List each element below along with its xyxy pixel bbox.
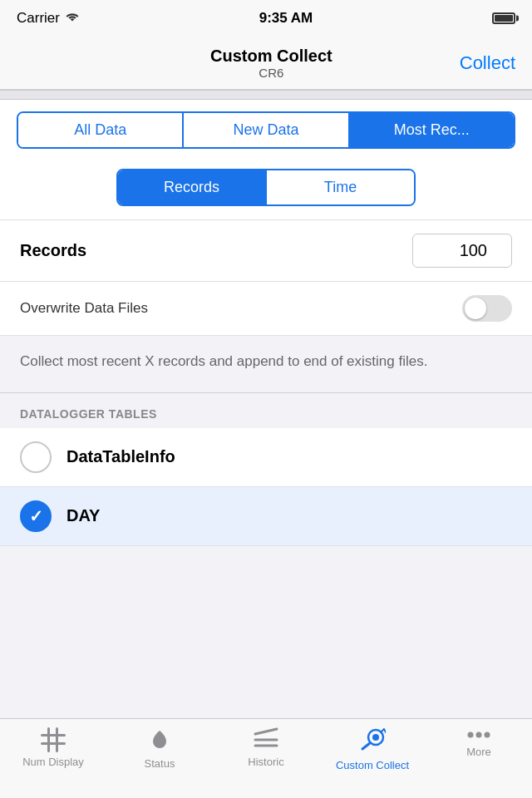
svg-point-4 [372,734,379,741]
toggle-knob [465,298,486,319]
tab-label-historic: Historic [248,756,283,768]
nav-title-container: Custom Collect CR6 [210,47,332,80]
status-bar: Carrier 9:35 AM [0,0,532,37]
status-time: 9:35 AM [259,10,313,27]
records-label: Records [20,241,86,260]
table-label-datatableinfo: DataTableInfo [66,447,175,466]
collect-mode-container: Records Time [0,160,532,220]
data-type-segment: All Data New Data Most Rec... [17,111,515,149]
overwrite-toggle[interactable] [462,295,512,322]
overwrite-row: Overwrite Data Files [0,282,532,335]
battery-area [492,12,515,24]
form-section: Records Overwrite Data Files [0,220,532,336]
historic-icon [254,727,278,752]
description-section: Collect most recent X records and append… [0,336,532,393]
segment-new-data[interactable]: New Data [184,113,349,147]
tab-status[interactable]: Status [106,727,213,770]
tab-bar: Num Display Status Historic [0,718,532,798]
tab-label-num-display: Num Display [22,756,84,768]
num-display-icon [41,727,66,752]
svg-line-0 [255,729,277,734]
records-input[interactable] [412,234,512,268]
collect-button[interactable]: Collect [460,52,515,74]
segment-records[interactable]: Records [118,170,267,204]
segment-all-data[interactable]: All Data [18,113,184,147]
table-label-day: DAY [66,506,100,525]
carrier-label: Carrier [17,10,60,27]
nav-subtitle: CR6 [259,66,283,80]
battery-icon [492,12,515,24]
segment-most-recent[interactable]: Most Rec... [350,113,514,147]
datalogger-header-text: DATALOGGER TABLES [20,407,157,421]
records-row: Records [0,220,532,282]
check-icon: ✓ [29,506,43,526]
segment-time[interactable]: Time [267,170,414,204]
overwrite-label: Overwrite Data Files [20,300,148,317]
svg-line-5 [362,743,370,749]
radio-datatableinfo [20,441,52,473]
custom-collect-icon [359,727,386,756]
svg-point-7 [476,732,482,738]
tab-custom-collect[interactable]: Custom Collect [319,727,426,771]
radio-day: ✓ [20,500,52,532]
tab-num-display[interactable]: Num Display [0,727,106,768]
collect-mode-segment: Records Time [116,169,416,206]
nav-bar: Custom Collect CR6 Collect [0,37,532,90]
tab-label-custom-collect: Custom Collect [336,759,409,771]
tab-label-status: Status [145,757,175,770]
nav-title: Custom Collect [210,47,332,66]
tab-label-more: More [466,746,491,758]
wifi-icon [65,10,80,27]
more-icon [467,727,490,742]
status-icon [148,727,171,754]
description-text: Collect most recent X records and append… [20,351,512,372]
svg-point-8 [485,732,490,738]
svg-point-6 [468,732,474,738]
datalogger-section-header: DATALOGGER TABLES [0,393,532,428]
tab-historic[interactable]: Historic [213,727,319,768]
table-row-datatableinfo[interactable]: DataTableInfo [0,428,532,487]
data-type-segment-container: All Data New Data Most Rec... [0,100,532,160]
top-divider [0,90,532,100]
carrier-info: Carrier [17,10,80,27]
table-row-day[interactable]: ✓ DAY [0,487,532,546]
table-list: DataTableInfo ✓ DAY [0,428,532,546]
tab-more[interactable]: More [426,727,532,758]
